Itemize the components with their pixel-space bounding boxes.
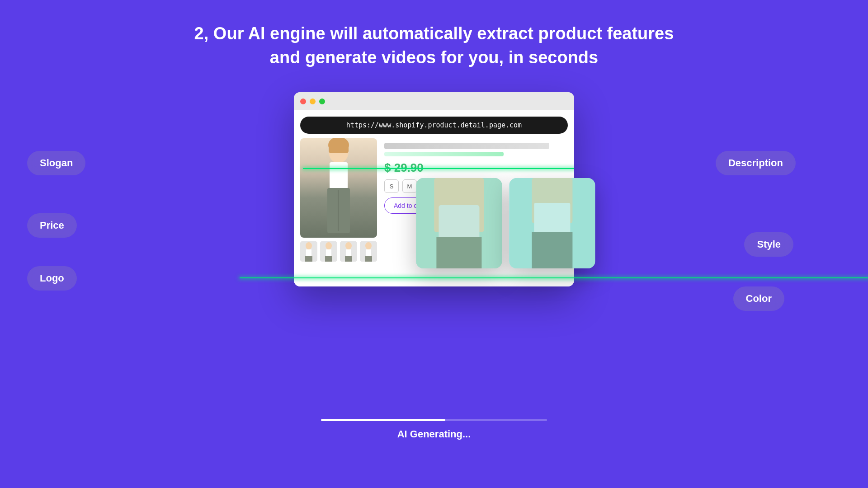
thumb-4 [360,241,377,262]
url-bar: https://www.shopify.product.detail.page.… [300,117,568,134]
size-m[interactable]: M [402,179,417,193]
headline-line2: and generate videos for you, in seconds [0,46,868,70]
product-subtitle-bar [384,152,504,156]
svg-point-17 [345,242,352,249]
price-pill: Price [27,213,77,238]
floating-photo-1 [416,178,502,268]
logo-pill: Logo [27,266,77,291]
product-price: $ 29.90 [384,161,568,175]
main-area: Slogan Price Logo Description Style Colo… [0,79,868,476]
progress-bar-track [321,419,547,421]
svg-rect-33 [509,178,595,268]
svg-rect-22 [366,249,371,257]
dot-red [300,99,306,104]
product-title-bar [384,143,549,149]
progress-section: AI Generating... [321,419,547,440]
svg-point-13 [326,242,332,249]
style-pill: Style [744,232,793,257]
description-pill: Description [716,151,796,175]
thumb-3 [340,241,357,262]
floating-photo-2 [509,178,595,268]
dot-yellow [310,99,316,104]
product-thumbnails [300,241,377,262]
green-scan-line-browser [303,168,574,169]
slogan-pill: Slogan [27,151,85,175]
svg-rect-3 [330,162,348,189]
browser-titlebar [294,92,574,110]
thumb-2 [320,241,337,262]
floating-photos [416,178,595,268]
svg-rect-28 [416,178,502,268]
headline: 2, Our AI engine will automatically extr… [0,0,868,70]
svg-rect-15 [325,256,332,262]
headline-line1: 2, Our AI engine will automatically extr… [0,22,868,46]
svg-point-9 [306,242,312,249]
svg-rect-7 [338,190,339,231]
thumb-1 [300,241,317,262]
svg-rect-23 [365,256,372,262]
svg-rect-18 [346,249,351,257]
svg-rect-2 [329,142,349,153]
svg-rect-10 [306,249,311,257]
progress-bar-fill [321,419,445,421]
green-scan-line-floating [240,277,868,278]
color-pill: Color [733,286,784,311]
product-images-col [300,138,377,280]
dot-green [319,99,325,104]
progress-label: AI Generating... [321,428,547,440]
svg-rect-11 [305,256,312,262]
svg-rect-19 [345,256,352,262]
size-s[interactable]: S [384,179,399,193]
svg-point-21 [365,242,372,249]
svg-rect-14 [326,249,331,257]
product-main-image [300,138,377,238]
